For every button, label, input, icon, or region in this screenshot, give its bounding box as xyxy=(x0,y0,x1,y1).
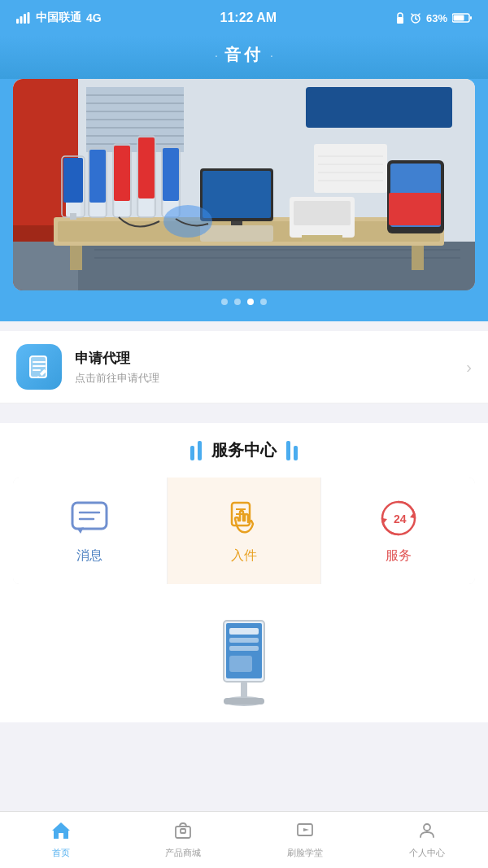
bar-1 xyxy=(190,446,194,460)
svg-rect-93 xyxy=(229,656,252,672)
device-section xyxy=(0,600,488,722)
entry-label: 入件 xyxy=(231,547,257,565)
profile-svg xyxy=(417,821,437,840)
service-item-message[interactable]: 消息 xyxy=(13,478,167,584)
carousel-dot-4[interactable] xyxy=(260,299,267,305)
svg-rect-98 xyxy=(181,829,185,833)
tab-shop-label: 产品商城 xyxy=(165,847,201,859)
tab-profile-label: 个人中心 xyxy=(409,847,445,859)
face-svg xyxy=(295,821,315,840)
svg-rect-19 xyxy=(310,91,448,124)
svg-rect-53 xyxy=(203,171,271,218)
svg-rect-51 xyxy=(163,148,179,201)
svg-rect-77 xyxy=(72,503,107,529)
network-label: 4G xyxy=(86,11,102,24)
svg-line-7 xyxy=(416,19,417,20)
entry-icon xyxy=(224,498,264,539)
bottom-spacer xyxy=(0,722,488,779)
profile-icon xyxy=(417,821,437,844)
service-icon: 24 xyxy=(377,497,420,539)
agency-subtitle: 点击前往申请代理 xyxy=(75,371,159,386)
service-section: 服务中心 消息 xyxy=(0,423,488,600)
service-grid: 消息 入件 xyxy=(13,478,475,584)
carousel-dot-1[interactable] xyxy=(221,299,228,305)
svg-rect-39 xyxy=(70,213,76,220)
section-divider-1 xyxy=(0,403,488,413)
agency-section[interactable]: 申请代理 点击前往申请代理 › xyxy=(0,331,488,403)
carousel-image[interactable] xyxy=(13,79,475,290)
svg-rect-38 xyxy=(63,158,83,203)
agency-title: 申请代理 xyxy=(75,349,159,368)
face-icon xyxy=(295,821,315,844)
svg-rect-69 xyxy=(389,193,441,225)
carousel-dot-2[interactable] xyxy=(234,299,241,305)
svg-rect-42 xyxy=(89,150,106,203)
svg-rect-56 xyxy=(200,225,273,242)
service-item-service[interactable]: 24 服务 xyxy=(321,478,475,584)
tab-home[interactable]: 首页 xyxy=(0,812,122,868)
app-title: 音付 xyxy=(224,44,264,66)
service-label: 服务 xyxy=(386,547,412,565)
message-icon xyxy=(69,499,110,537)
carousel-scene xyxy=(13,79,475,290)
svg-rect-92 xyxy=(229,646,259,651)
home-icon xyxy=(50,821,72,844)
bar-2 xyxy=(198,441,202,460)
svg-rect-11 xyxy=(470,16,472,20)
agency-arrow-icon: › xyxy=(466,358,472,377)
svg-rect-48 xyxy=(138,137,155,198)
svg-rect-35 xyxy=(412,246,424,270)
agency-svg-icon xyxy=(25,353,53,381)
svg-rect-2 xyxy=(24,14,26,24)
svg-rect-0 xyxy=(16,19,19,24)
bar-3 xyxy=(286,441,290,460)
svg-rect-97 xyxy=(176,827,190,838)
shop-svg xyxy=(173,821,193,840)
agency-left: 申请代理 点击前往申请代理 xyxy=(16,344,159,390)
tab-home-label: 首页 xyxy=(52,847,70,859)
svg-line-9 xyxy=(418,14,420,15)
scene-svg xyxy=(13,79,475,290)
tab-face[interactable]: 刷脸学堂 xyxy=(244,812,366,868)
svg-rect-64 xyxy=(318,148,383,189)
svg-rect-94 xyxy=(241,682,247,698)
carousel-indicators xyxy=(13,299,475,305)
svg-rect-58 xyxy=(294,201,351,225)
message-label: 消息 xyxy=(76,547,102,565)
time-label: 11:22 AM xyxy=(220,11,277,25)
battery-icon xyxy=(452,13,472,23)
kiosk-device-icon xyxy=(211,617,277,706)
status-left: 中国联通 4G xyxy=(16,11,102,25)
tab-bar: 首页 产品商城 刷脸学堂 个人中心 xyxy=(0,811,488,868)
service-item-entry[interactable]: 入件 xyxy=(168,478,321,584)
tab-face-label: 刷脸学堂 xyxy=(287,847,323,859)
lock-icon xyxy=(395,12,405,24)
signal-icon xyxy=(16,12,31,24)
entry-icon-wrap xyxy=(223,497,265,539)
svg-rect-45 xyxy=(114,146,130,201)
carrier-label: 中国联通 xyxy=(36,11,81,25)
svg-rect-34 xyxy=(70,246,82,270)
svg-rect-59 xyxy=(302,235,342,242)
service-center-title: 服务中心 xyxy=(211,439,277,461)
svg-rect-3 xyxy=(28,12,30,24)
message-icon-wrap xyxy=(68,497,111,539)
service-header: 服务中心 xyxy=(13,439,475,461)
svg-point-62 xyxy=(163,205,212,238)
service-icon-wrap: 24 xyxy=(377,497,420,539)
svg-rect-1 xyxy=(20,16,23,24)
tab-shop[interactable]: 产品商城 xyxy=(122,812,244,868)
service-bars-left xyxy=(190,441,202,460)
agency-icon xyxy=(16,344,62,390)
status-bar: 中国联通 4G 11:22 AM 63% xyxy=(0,0,488,36)
carousel-dot-3[interactable] xyxy=(247,299,254,305)
tab-profile[interactable]: 个人中心 xyxy=(366,812,488,868)
svg-point-101 xyxy=(424,824,430,831)
home-svg xyxy=(50,821,72,840)
status-right: 63% xyxy=(395,12,472,24)
svg-rect-91 xyxy=(229,638,259,643)
svg-rect-96 xyxy=(224,698,264,704)
service-bars-right xyxy=(286,441,298,460)
shop-icon xyxy=(173,821,193,844)
svg-rect-4 xyxy=(397,17,403,24)
